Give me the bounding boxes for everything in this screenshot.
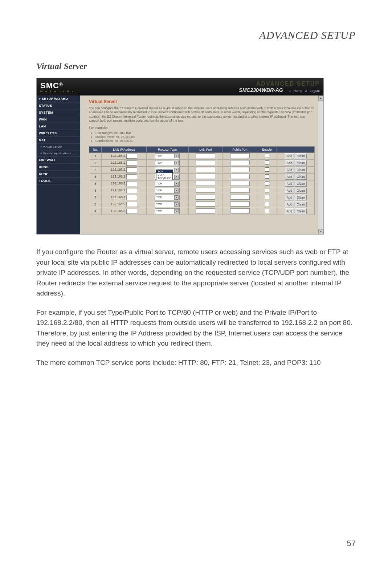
- lan-ip-octet-input[interactable]: [126, 160, 137, 166]
- protocol-select[interactable]: TCP▾: [155, 208, 180, 214]
- lan-port-input[interactable]: [196, 181, 215, 186]
- add-button[interactable]: Add: [285, 167, 294, 173]
- clean-button[interactable]: Clean: [295, 160, 306, 166]
- clean-button[interactable]: Clean: [295, 201, 306, 207]
- clean-button[interactable]: Clean: [295, 208, 306, 214]
- home-link[interactable]: ⌂ Home: [289, 89, 302, 93]
- sidebar-item-tools[interactable]: TOOLS: [37, 178, 80, 184]
- sidebar-item-wireless[interactable]: WIRELESS: [37, 130, 80, 137]
- protocol-option-tcpudp[interactable]: TCP&UDP: [156, 176, 172, 180]
- enable-cell: [257, 208, 277, 215]
- chevron-down-icon[interactable]: ▾: [174, 202, 179, 207]
- clean-button[interactable]: Clean: [295, 174, 306, 180]
- lan-port-input[interactable]: [196, 188, 215, 193]
- chevron-down-icon[interactable]: ▾: [174, 168, 179, 172]
- clean-button[interactable]: Clean: [295, 195, 306, 200]
- add-button[interactable]: Add: [285, 201, 294, 207]
- chevron-down-icon[interactable]: ▾: [174, 175, 179, 179]
- col-lan-ip: LAN IP Address: [102, 146, 146, 152]
- lan-ip-octet-input[interactable]: [126, 167, 137, 172]
- protocol-select[interactable]: TCP▾: [155, 153, 180, 159]
- public-port-input[interactable]: [230, 160, 250, 165]
- enable-checkbox[interactable]: [265, 174, 269, 179]
- chevron-down-icon[interactable]: ▾: [174, 182, 179, 186]
- protocol-select[interactable]: TCP▾: [155, 160, 180, 166]
- protocol-select[interactable]: TCP▾: [155, 195, 180, 200]
- lan-port-input[interactable]: [196, 208, 215, 213]
- chevron-down-icon[interactable]: ▾: [174, 188, 179, 193]
- lan-ip-cell: 192.168.2.: [102, 180, 146, 187]
- add-button[interactable]: Add: [285, 195, 294, 200]
- clean-button[interactable]: Clean: [295, 181, 306, 187]
- lan-ip-octet-input[interactable]: [126, 209, 137, 214]
- chevron-down-icon[interactable]: ▾: [174, 209, 179, 213]
- vertical-scrollbar[interactable]: ▴ ▾: [318, 95, 323, 234]
- add-button[interactable]: Add: [285, 188, 294, 194]
- protocol-option-udp[interactable]: UDP: [156, 173, 172, 176]
- enable-checkbox[interactable]: [265, 181, 269, 186]
- lan-port-input[interactable]: [196, 195, 215, 200]
- lan-port-input[interactable]: [196, 201, 215, 207]
- clean-button[interactable]: Clean: [295, 167, 306, 173]
- protocol-select[interactable]: TCP▾: [155, 201, 180, 207]
- sidebar-item-setup-wizard[interactable]: » SETUP WIZARD: [37, 95, 80, 102]
- enable-checkbox[interactable]: [265, 209, 269, 213]
- enable-checkbox[interactable]: [265, 202, 269, 206]
- protocol-option-tcp[interactable]: TCP: [156, 170, 172, 173]
- public-port-input[interactable]: [230, 195, 250, 200]
- row-number: 1: [89, 152, 102, 159]
- public-port-input[interactable]: [230, 201, 250, 207]
- enable-checkbox[interactable]: [265, 160, 269, 165]
- protocol-value: TCP: [156, 209, 162, 213]
- enable-checkbox[interactable]: [265, 167, 269, 172]
- public-port-input[interactable]: [230, 188, 250, 193]
- add-button[interactable]: Add: [285, 153, 294, 159]
- chevron-down-icon[interactable]: ▾: [174, 195, 179, 200]
- protocol-select[interactable]: TCP▾: [155, 181, 180, 187]
- lan-port-input[interactable]: [196, 174, 215, 179]
- add-button[interactable]: Add: [285, 160, 294, 166]
- sidebar-item-firewall[interactable]: FIREWALL: [37, 157, 80, 164]
- sidebar-item-system[interactable]: SYSTEM: [37, 109, 80, 116]
- lan-ip-octet-input[interactable]: [126, 202, 137, 207]
- sidebar-item-virtual-server[interactable]: » Virtual Server: [37, 144, 80, 150]
- protocol-select[interactable]: TCP▾: [155, 188, 180, 194]
- add-button[interactable]: Add: [285, 181, 294, 187]
- enable-checkbox[interactable]: [265, 154, 269, 158]
- lan-port-input[interactable]: [196, 160, 215, 165]
- lan-port-input[interactable]: [196, 153, 215, 158]
- sidebar-item-nat[interactable]: NAT: [37, 137, 80, 144]
- add-button[interactable]: Add: [285, 208, 294, 214]
- public-port-input[interactable]: [230, 181, 250, 186]
- add-button[interactable]: Add: [285, 174, 294, 180]
- sidebar-item-ddns[interactable]: DDNS: [37, 164, 80, 171]
- clean-button[interactable]: Clean: [295, 188, 306, 194]
- sidebar-item-lan[interactable]: LAN: [37, 123, 80, 130]
- lan-ip-octet-input[interactable]: [126, 181, 137, 186]
- protocol-dropdown-list[interactable]: TCP UDP TCP&UDP: [156, 170, 173, 180]
- sidebar-item-upnp[interactable]: UPnP: [37, 171, 80, 178]
- ip-prefix: 192.168.2.: [111, 175, 126, 178]
- document-body: If you configure the Router as a virtual…: [36, 247, 356, 368]
- lan-ip-octet-input[interactable]: [126, 188, 137, 193]
- scroll-down-icon[interactable]: ▾: [318, 229, 323, 234]
- page-header-title: ADVANCED SETUP: [36, 29, 356, 41]
- chevron-down-icon[interactable]: ▾: [174, 154, 179, 158]
- lan-ip-octet-input[interactable]: [126, 195, 137, 200]
- sidebar-item-status[interactable]: STATUS: [37, 102, 80, 109]
- lan-ip-octet-input[interactable]: [126, 154, 137, 159]
- enable-checkbox[interactable]: [265, 188, 269, 192]
- enable-checkbox[interactable]: [265, 195, 269, 199]
- lan-ip-octet-input[interactable]: [126, 174, 137, 179]
- public-port-input[interactable]: [230, 174, 250, 179]
- logout-link[interactable]: ⊘ Logout: [305, 89, 320, 93]
- sidebar-item-wan[interactable]: WAN: [37, 116, 80, 123]
- public-port-input[interactable]: [230, 208, 250, 213]
- public-port-input[interactable]: [230, 167, 250, 172]
- public-port-input[interactable]: [230, 153, 250, 158]
- lan-port-input[interactable]: [196, 167, 215, 172]
- scroll-up-icon[interactable]: ▴: [318, 95, 323, 101]
- sidebar-item-special-applications[interactable]: » Special Applications: [37, 150, 80, 157]
- clean-button[interactable]: Clean: [295, 153, 306, 159]
- chevron-down-icon[interactable]: ▾: [174, 161, 179, 165]
